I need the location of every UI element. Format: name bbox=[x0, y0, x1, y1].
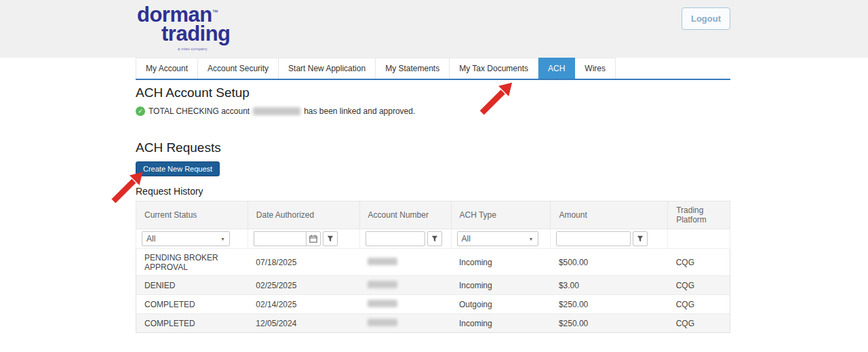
logo-word-trading: trading bbox=[161, 23, 231, 44]
cell-status: PENDING BROKER APPROVAL bbox=[136, 249, 248, 276]
cell-ach-type: Incoming bbox=[451, 314, 551, 333]
cell-ach-type: Incoming bbox=[451, 249, 551, 276]
table-row[interactable]: PENDING BROKER APPROVAL 07/18/2025 Incom… bbox=[136, 249, 730, 276]
cell-amount: $250.00 bbox=[551, 295, 668, 314]
ach-type-filter-select[interactable]: All ▼ bbox=[457, 231, 538, 246]
date-filter-input[interactable] bbox=[254, 231, 307, 246]
status-filter-select[interactable]: All ▼ bbox=[142, 231, 230, 246]
cell-date: 12/05/2024 bbox=[248, 314, 359, 333]
col-header-trading-platform: Trading Platform bbox=[668, 201, 730, 229]
cell-account bbox=[359, 295, 451, 314]
link-status-line: ✓ TOTAL CHECKING account has been linked… bbox=[136, 106, 730, 116]
page: dorman™ trading a miax company Logout My… bbox=[0, 0, 868, 352]
tab-wires[interactable]: Wires bbox=[575, 58, 616, 79]
cell-ach-type: Outgoing bbox=[451, 295, 551, 314]
filter-funnel-icon[interactable] bbox=[323, 231, 338, 246]
table-filter-row: All ▼ bbox=[136, 229, 730, 249]
create-new-request-button[interactable]: Create New Request bbox=[136, 161, 220, 176]
table-row[interactable]: COMPLETED 12/05/2024 Incoming $250.00 CQ… bbox=[136, 314, 730, 333]
tab-ach[interactable]: ACH bbox=[538, 58, 575, 79]
annotation-arrow-to-ach-tab bbox=[477, 79, 516, 118]
page-title: ACH Account Setup bbox=[136, 85, 730, 100]
main-content: ACH Account Setup ✓ TOTAL CHECKING accou… bbox=[136, 80, 730, 333]
cell-platform: CQG bbox=[668, 276, 730, 295]
cell-status: DENIED bbox=[136, 276, 248, 295]
col-header-account-number: Account Number bbox=[359, 201, 451, 229]
ach-requests-title: ACH Requests bbox=[136, 140, 730, 155]
status-filter-value: All bbox=[146, 234, 155, 243]
tab-my-statements[interactable]: My Statements bbox=[376, 58, 450, 79]
cell-account bbox=[359, 314, 451, 333]
logo-tagline: a miax company bbox=[178, 47, 231, 51]
request-history-title: Request History bbox=[136, 186, 730, 197]
cell-ach-type: Incoming bbox=[451, 276, 551, 295]
chevron-down-icon: ▼ bbox=[529, 237, 534, 241]
col-header-date-authorized: Date Authorized bbox=[248, 201, 359, 229]
table-row[interactable]: COMPLETED 02/14/2025 Outgoing $250.00 CQ… bbox=[136, 295, 730, 314]
filter-funnel-icon[interactable] bbox=[427, 231, 442, 246]
cell-platform: CQG bbox=[668, 314, 730, 333]
tab-my-tax-documents[interactable]: My Tax Documents bbox=[450, 58, 538, 79]
account-number-filter-input[interactable] bbox=[366, 231, 425, 246]
redacted-account-number bbox=[253, 107, 300, 115]
redacted-account-number bbox=[368, 258, 397, 265]
cell-platform: CQG bbox=[668, 249, 730, 276]
cell-amount: $250.00 bbox=[551, 314, 668, 333]
cell-platform: CQG bbox=[668, 295, 730, 314]
logout-button[interactable]: Logout bbox=[682, 7, 730, 30]
cell-amount: $500.00 bbox=[551, 249, 668, 276]
cell-date: 07/18/2025 bbox=[248, 249, 359, 276]
cell-account bbox=[359, 276, 451, 295]
table-row[interactable]: DENIED 02/25/2025 Incoming $3.00 CQG bbox=[136, 276, 730, 295]
filter-funnel-icon[interactable] bbox=[633, 231, 648, 246]
cell-date: 02/25/2025 bbox=[248, 276, 359, 295]
app-header: dorman™ trading a miax company Logout bbox=[0, 0, 868, 58]
success-check-icon: ✓ bbox=[136, 106, 145, 116]
cell-status: COMPLETED bbox=[136, 314, 248, 333]
redacted-account-number bbox=[368, 281, 397, 288]
brand-logo: dorman™ trading a miax company bbox=[137, 4, 231, 51]
status-text-prefix: TOTAL CHECKING account bbox=[149, 106, 250, 116]
tab-my-account[interactable]: My Account bbox=[136, 58, 198, 79]
cell-status: COMPLETED bbox=[136, 295, 248, 314]
tab-bar: My Account Account Security Start New Ap… bbox=[136, 58, 730, 80]
calendar-icon[interactable] bbox=[306, 231, 321, 246]
col-header-ach-type: ACH Type bbox=[451, 201, 551, 229]
status-text-suffix: has been linked and approved. bbox=[304, 106, 415, 116]
chevron-down-icon: ▼ bbox=[220, 237, 225, 241]
cell-amount: $3.00 bbox=[551, 276, 668, 295]
redacted-account-number bbox=[368, 300, 397, 307]
ach-type-filter-value: All bbox=[462, 234, 471, 243]
col-header-current-status: Current Status bbox=[136, 201, 248, 229]
request-history-table: Current Status Date Authorized Account N… bbox=[136, 201, 730, 333]
table-header-row: Current Status Date Authorized Account N… bbox=[136, 201, 730, 229]
cell-date: 02/14/2025 bbox=[248, 295, 359, 314]
tab-account-security[interactable]: Account Security bbox=[198, 58, 279, 79]
amount-filter-input[interactable] bbox=[556, 231, 631, 246]
cell-account bbox=[359, 249, 451, 276]
col-header-amount: Amount bbox=[551, 201, 668, 229]
annotation-arrow-to-create-button bbox=[108, 168, 146, 206]
tab-start-new-application[interactable]: Start New Application bbox=[279, 58, 376, 79]
redacted-account-number bbox=[368, 319, 397, 326]
